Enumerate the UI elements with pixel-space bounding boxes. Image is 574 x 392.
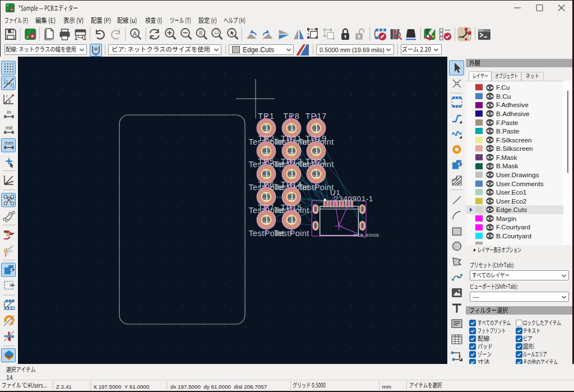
svg-text:1: 1 bbox=[263, 144, 270, 158]
svg-text:TP17: TP17 bbox=[305, 112, 327, 121]
svg-text:1: 1 bbox=[288, 121, 295, 135]
svg-text:PCB_EDGE: PCB_EDGE bbox=[354, 233, 379, 238]
svg-text:A: A bbox=[133, 30, 137, 37]
svg-text:mm: mm bbox=[4, 140, 13, 146]
svg-text:TP19: TP19 bbox=[305, 134, 327, 143]
svg-text:θ: θ bbox=[8, 99, 11, 104]
svg-text:TP5: TP5 bbox=[258, 157, 275, 166]
svg-text:TP6: TP6 bbox=[258, 180, 275, 189]
svg-text:TP14: TP14 bbox=[281, 180, 303, 189]
svg-text:r: r bbox=[6, 94, 8, 99]
svg-text:1: 1 bbox=[313, 121, 320, 135]
svg-text:1: 1 bbox=[263, 213, 270, 227]
svg-text:TP12: TP12 bbox=[281, 157, 303, 166]
svg-text:1: 1 bbox=[313, 167, 320, 181]
svg-text:TP7: TP7 bbox=[258, 203, 275, 212]
svg-text:TP21: TP21 bbox=[305, 157, 327, 166]
svg-text:2340901-1: 2340901-1 bbox=[334, 195, 373, 203]
svg-text:1: 1 bbox=[263, 121, 270, 135]
svg-text:1: 1 bbox=[263, 167, 270, 181]
svg-text:1: 1 bbox=[288, 213, 295, 227]
svg-text:TP8: TP8 bbox=[283, 112, 300, 121]
svg-text:TP1: TP1 bbox=[258, 112, 275, 121]
svg-text:1: 1 bbox=[288, 190, 295, 204]
svg-text:TestPoint: TestPoint bbox=[274, 229, 309, 238]
svg-text:1: 1 bbox=[288, 167, 295, 181]
svg-text:TP2: TP2 bbox=[258, 134, 275, 143]
svg-text:in: in bbox=[7, 109, 11, 115]
svg-text:TestPoint: TestPoint bbox=[298, 183, 334, 192]
svg-text:mil: mil bbox=[6, 124, 12, 131]
svg-text:1: 1 bbox=[263, 190, 270, 204]
svg-text:TP15: TP15 bbox=[281, 203, 303, 212]
svg-text:TP11: TP11 bbox=[281, 134, 302, 143]
svg-text:1: 1 bbox=[288, 144, 295, 158]
svg-text:1: 1 bbox=[313, 144, 320, 158]
